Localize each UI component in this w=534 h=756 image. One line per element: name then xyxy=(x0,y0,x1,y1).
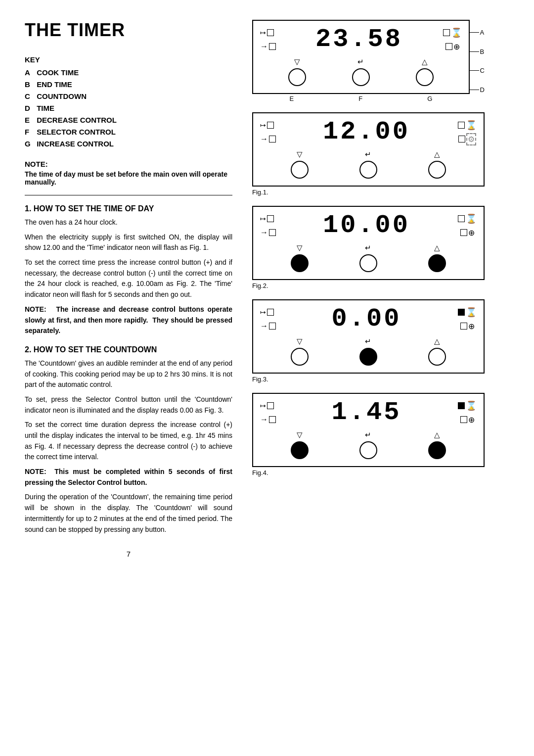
fig4-display: 1.45 xyxy=(278,400,455,425)
label-d: D xyxy=(480,86,485,94)
fig2-selector-group: ↵ xyxy=(359,243,377,272)
indicator-fig1-b xyxy=(269,136,276,142)
fig3-increase-button[interactable] xyxy=(428,348,446,366)
indicator-fig1-d xyxy=(458,136,465,142)
fig2-increase-button[interactable] xyxy=(428,254,446,272)
fig4-selector-group: ↵ xyxy=(359,430,377,459)
note-text: The time of day must be set before the m… xyxy=(25,170,232,186)
right-column: ↦ → 23.58 ⌛ xyxy=(247,20,485,736)
decrease-button[interactable] xyxy=(288,68,306,86)
fig2-decrease-button[interactable] xyxy=(291,254,309,272)
page-number: 7 xyxy=(25,550,232,558)
fig4-panel: ↦ → 1.45 ⌛ xyxy=(252,393,485,467)
note-section: NOTE: The time of day must be set before… xyxy=(25,160,232,186)
indicator-fig2-d xyxy=(460,229,467,236)
section2-para2: To set, press the Selector Control butto… xyxy=(25,394,232,416)
fig2-increase-symbol: △ xyxy=(434,243,440,252)
increase-button[interactable] xyxy=(416,68,434,86)
arrow-bar-a: ↦ xyxy=(260,29,266,37)
indicator-fig4-a xyxy=(267,402,274,409)
section1-note: NOTE: The increase and decrease control … xyxy=(25,304,232,336)
fig3-selector-button[interactable] xyxy=(359,348,377,366)
indicator-fig1-c xyxy=(458,122,465,129)
hourglass-fig1: ⌛ xyxy=(466,120,477,131)
fig3-decrease-group: ▽ xyxy=(291,337,309,366)
line-a xyxy=(469,32,479,33)
hourglass-fig4: ⌛ xyxy=(466,400,477,411)
indicator-fig4-b xyxy=(269,416,276,423)
main-panel-wrapper: ↦ → 23.58 ⌛ xyxy=(252,20,485,102)
fig1-selector-symbol: ↵ xyxy=(365,150,371,159)
target-icon-main: ⊕ xyxy=(453,42,460,51)
section1-para2: When the electricity supply is first swi… xyxy=(25,232,232,253)
key-item-b: B END TIME xyxy=(25,79,232,91)
arrow-bar-fig3-a: ↦ xyxy=(260,308,266,316)
fig4-decrease-symbol: ▽ xyxy=(297,430,303,439)
indicator-fig2-b xyxy=(269,229,276,236)
key-item-f: F SELECTOR CONTROL xyxy=(25,126,232,138)
hourglass-fig3: ⌛ xyxy=(466,307,477,318)
line-c xyxy=(469,70,479,71)
fig1-buttons-row: ▽ ↵ △ xyxy=(260,150,477,179)
section1-heading: 1. HOW TO SET THE TIME OF DAY xyxy=(25,204,232,213)
indicator-d-box xyxy=(445,43,452,50)
fig2-decrease-group: ▽ xyxy=(291,243,309,272)
fig2-display: 10.00 xyxy=(278,213,455,238)
section-divider xyxy=(25,195,232,195)
indicator-fig3-b xyxy=(269,323,276,330)
indicator-fig3-c-filled xyxy=(458,309,465,316)
key-list: A COOK TIME B END TIME C COUNTDOWN D TIM… xyxy=(25,67,232,150)
note-label: NOTE: xyxy=(25,160,232,168)
fig1-decrease-button[interactable] xyxy=(291,161,309,179)
arrow-bar-fig2-a: ↦ xyxy=(260,215,266,223)
arrow-fig2-b: → xyxy=(260,228,268,237)
fig1-label: Fig.1. xyxy=(252,189,485,196)
indicator-a xyxy=(267,29,274,36)
fig3-selector-group: ↵ xyxy=(359,337,377,366)
indicator-fig3-a xyxy=(267,309,274,316)
section1-para3: To set the correct time press the increa… xyxy=(25,257,232,300)
fig1-selector-button[interactable] xyxy=(359,161,377,179)
label-b: B xyxy=(480,48,485,55)
page-title: THE TIMER xyxy=(25,20,232,41)
fig2-selector-button[interactable] xyxy=(359,254,377,272)
fig4-wrapper: ↦ → 1.45 ⌛ xyxy=(252,393,485,476)
label-f: F xyxy=(358,95,362,102)
target-fig4: ⊕ xyxy=(468,415,475,425)
fig1-wrapper: ↦ → 12.00 ⌛ xyxy=(252,112,485,196)
fig1-increase-button[interactable] xyxy=(428,161,446,179)
fig4-selector-symbol: ↵ xyxy=(365,430,371,439)
section2-para3: To set the correct time duration depress… xyxy=(25,420,232,463)
indicator-b xyxy=(269,43,276,50)
selector-button-group: ↵ xyxy=(352,57,370,86)
increase-symbol: △ xyxy=(422,57,428,66)
fig4-selector-button[interactable] xyxy=(359,441,377,459)
fig4-decrease-group: ▽ xyxy=(291,430,309,459)
selector-button[interactable] xyxy=(352,68,370,86)
fig1-decrease-symbol: ▽ xyxy=(297,150,303,159)
increase-button-group: △ xyxy=(416,57,434,86)
key-label: KEY xyxy=(25,55,232,64)
fig3-buttons-row: ▽ ↵ △ xyxy=(260,337,477,366)
target-fig1: ⚙ xyxy=(466,133,476,145)
indicator-fig2-a xyxy=(267,215,274,222)
fig2-label: Fig.2. xyxy=(252,282,485,289)
key-item-c: C COUNTDOWN xyxy=(25,91,232,102)
indicator-fig4-c-filled xyxy=(458,402,465,409)
main-buttons-row: ▽ ↵ △ xyxy=(260,57,462,86)
fig4-decrease-button[interactable] xyxy=(291,441,309,459)
indicator-fig1-a xyxy=(267,122,274,129)
section2-para5: During the operation of the 'Countdown',… xyxy=(25,492,232,535)
fig2-increase-group: △ xyxy=(428,243,446,272)
arrow-bar-fig1-a: ↦ xyxy=(260,121,266,129)
label-e: E xyxy=(290,95,294,102)
label-c: C xyxy=(480,67,485,74)
key-section: KEY A COOK TIME B END TIME C COUNTDOWN D… xyxy=(25,55,232,150)
efg-row: E F G xyxy=(252,94,470,102)
hourglass-icon-main: ⌛ xyxy=(451,27,462,38)
section1-para1: The oven has a 24 hour clock. xyxy=(25,217,232,228)
fig3-decrease-button[interactable] xyxy=(291,348,309,366)
fig4-increase-button[interactable] xyxy=(428,441,446,459)
fig3-increase-group: △ xyxy=(428,337,446,366)
fig3-panel: ↦ → 0.00 ⌛ xyxy=(252,299,485,374)
